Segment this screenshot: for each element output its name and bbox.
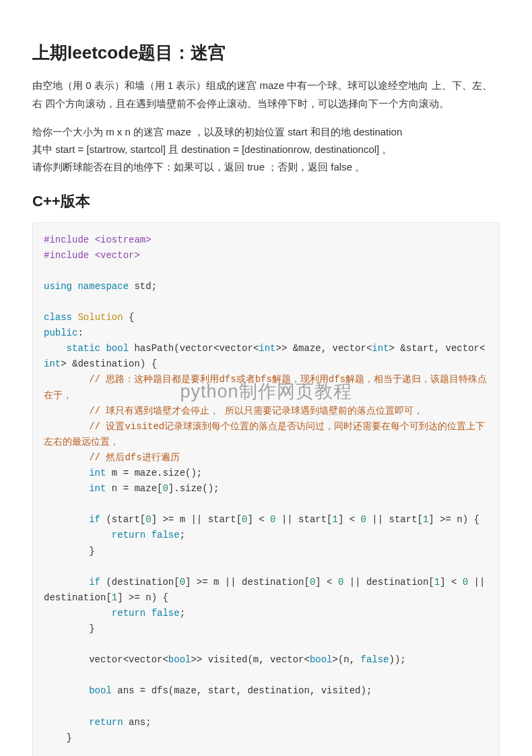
code-token: Solution: [77, 312, 123, 323]
code-token: 0: [162, 483, 168, 494]
code-token: bool: [89, 685, 112, 696]
code-token: 1: [434, 577, 440, 588]
page-title: 上期leetcode题目：迷宫: [32, 40, 500, 65]
code-token: #include: [44, 234, 95, 245]
code-token: ;: [180, 608, 185, 619]
code-token: :: [77, 327, 83, 338]
article-page: 上期leetcode题目：迷宫 由空地（用 0 表示）和墙（用 1 表示）组成的…: [0, 0, 532, 756]
code-token: // 球只有遇到墙壁才会停止， 所以只需要记录球遇到墙壁前的落点位置即可，: [89, 406, 423, 416]
code-token: ans;: [123, 717, 152, 728]
code-token: ] <: [315, 577, 338, 588]
code-token: [44, 452, 89, 463]
code-token: 0: [270, 514, 275, 525]
code-token: || start[: [276, 514, 333, 525]
code-token: bool: [106, 343, 129, 354]
code-token: static: [67, 343, 100, 354]
code-token: // 设置visited记录球滚到每个位置的落点是否访问过，同时还需要在每个可到…: [44, 421, 485, 447]
code-token: }: [44, 732, 72, 743]
code-token: ;: [180, 530, 185, 540]
code-token: bool: [168, 654, 191, 665]
code-token: ] >= m || start[: [152, 514, 242, 525]
code-token: class: [44, 312, 72, 323]
code-token: > &destination) {: [61, 358, 157, 369]
code-token: [44, 374, 89, 385]
code-token: hasPath(vector<vector<: [129, 343, 259, 354]
code-token: return: [112, 608, 145, 619]
code-token: ] >= n) {: [117, 592, 168, 603]
code-token: <vector>: [95, 250, 140, 261]
code-token: [44, 530, 112, 540]
code-token: <iostream>: [95, 234, 152, 245]
code-token: ;: [152, 281, 157, 292]
code-token: public: [44, 327, 77, 338]
code-token: int: [89, 483, 106, 494]
code-token: 1: [112, 592, 117, 603]
code-token: int: [259, 343, 275, 354]
code-token: vector<vector<: [44, 654, 168, 665]
code-token: ].size();: [168, 483, 220, 494]
code-token: > &start, vector<: [389, 343, 486, 354]
code-token: using: [44, 281, 72, 292]
code-token: || destination[: [343, 577, 434, 588]
code-token: ] <: [338, 514, 361, 525]
code-token: [145, 608, 151, 619]
code-token: namespace: [77, 281, 129, 292]
code-token: ] >= m || destination[: [185, 577, 310, 588]
code-token: [44, 483, 89, 494]
code-token: if: [89, 514, 100, 525]
code-token: [44, 608, 112, 619]
code-token: // 思路：这种题目都是要利用dfs或者bfs解题，现利用dfs解题，相当于递归…: [44, 374, 487, 400]
code-token: 0: [361, 514, 366, 525]
code-token: if: [89, 577, 100, 588]
code-token: }: [44, 546, 95, 557]
code-token: ] >= n) {: [428, 514, 479, 525]
code-token: >> &maze, vector<: [276, 343, 372, 354]
code-token: ));: [389, 654, 406, 665]
code-token: // 然后dfs进行遍历: [89, 452, 179, 463]
code-token: [44, 685, 89, 696]
code-token: [44, 421, 89, 432]
code-token: int: [44, 358, 61, 369]
code-token: 0: [463, 577, 468, 588]
code-token: return: [89, 717, 123, 728]
code-token: }: [44, 623, 95, 634]
code-token: 0: [145, 514, 151, 525]
code-token: >(n,: [333, 654, 361, 665]
code-token: m = maze.size();: [106, 468, 202, 478]
code-token: [44, 406, 89, 416]
code-token: int: [89, 468, 106, 478]
code-token: false: [152, 530, 180, 540]
code-token: [145, 530, 151, 540]
code-token: [123, 312, 129, 323]
code-token: false: [361, 654, 389, 665]
code-token: (destination[: [100, 577, 180, 588]
problem-paragraph-1: 由空地（用 0 表示）和墙（用 1 表示）组成的迷宫 maze 中有一个球。球可…: [32, 77, 500, 113]
code-token: [44, 514, 89, 525]
code-token: ans = dfs(maze, start, destination, visi…: [112, 685, 372, 696]
code-token: std: [129, 281, 152, 292]
code-token: [44, 343, 67, 354]
code-token: 1: [333, 514, 338, 525]
code-token: bool: [310, 654, 333, 665]
code-token: return: [112, 530, 145, 540]
code-token: (start[: [100, 514, 145, 525]
code-token: ] <: [247, 514, 270, 525]
code-token: ] <: [440, 577, 463, 588]
code-token: [44, 717, 89, 728]
code-token: [44, 468, 89, 478]
cpp-code-block: #include <iostream> #include <vector> us…: [32, 222, 500, 756]
cpp-heading: C++版本: [32, 191, 500, 212]
code-token: {: [129, 312, 134, 323]
code-token: 0: [180, 577, 185, 588]
problem-paragraph-2: 给你一个大小为 m x n 的迷宫 maze ，以及球的初始位置 start 和…: [32, 123, 500, 177]
code-token: n = maze[: [106, 483, 162, 494]
code-token: #include: [44, 250, 95, 261]
code-token: || start[: [366, 514, 423, 525]
code-token: >> visited(m, vector<: [191, 654, 309, 665]
code-token: int: [372, 343, 389, 354]
code-token: [44, 577, 89, 588]
code-token: false: [152, 608, 180, 619]
